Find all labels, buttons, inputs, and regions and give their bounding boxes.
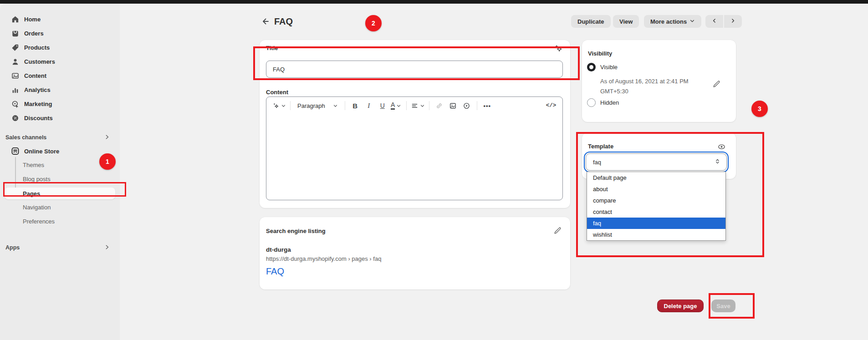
dropdown-option-wishlist[interactable]: wishlist (587, 229, 725, 240)
sidebar-item-label: Online Store (24, 148, 59, 155)
sidebar-section-apps[interactable]: Apps (5, 242, 115, 253)
shopify-admin-page-editor: Home Orders Products Customers Content A… (0, 0, 868, 340)
more-actions-label: More actions (650, 18, 687, 25)
sidebar-item-label: Home (24, 16, 41, 23)
pagination-buttons (705, 15, 742, 28)
delete-page-button[interactable]: Delete page (657, 299, 704, 312)
sidebar-item-products[interactable]: Products (5, 41, 115, 54)
dropdown-option-default-page[interactable]: Default page (587, 172, 725, 183)
top-bar (0, 0, 868, 4)
online-store-icon (11, 147, 20, 156)
visible-radio[interactable] (587, 63, 596, 71)
sidebar-item-label: Analytics (24, 86, 51, 93)
more-actions-button[interactable]: More actions (644, 15, 701, 28)
seo-page-link[interactable]: FAQ (266, 266, 284, 277)
dropdown-option-compare[interactable]: compare (587, 195, 725, 206)
analytics-icon (11, 86, 20, 94)
annotation-number: 3 (758, 105, 761, 112)
sidebar-item-label: Products (24, 44, 50, 51)
ai-sparkle-button[interactable] (272, 100, 286, 112)
discounts-icon (11, 114, 20, 122)
sidebar-item-pages[interactable]: Pages (5, 188, 115, 199)
seo-site-name: dt-durga (266, 246, 291, 253)
sidebar-item-themes[interactable]: Themes (5, 159, 115, 171)
home-icon (11, 15, 20, 24)
sidebar-item-home[interactable]: Home (5, 13, 115, 25)
annotation-circle-2: 2 (365, 15, 382, 31)
save-button[interactable]: Save (711, 299, 735, 312)
dropdown-option-about[interactable]: about (587, 183, 725, 195)
sidebar-item-discounts[interactable]: Discounts (5, 112, 115, 124)
view-button[interactable]: View (613, 15, 639, 28)
section-label: Sales channels (5, 134, 46, 141)
sidebar-section-sales-channels[interactable]: Sales channels (5, 132, 115, 143)
sidebar-item-content[interactable]: Content (5, 69, 115, 82)
underline-button[interactable]: U (377, 100, 388, 112)
template-card-title: Template (588, 143, 613, 150)
visibility-card-title: Visibility (588, 50, 612, 57)
hidden-radio[interactable] (587, 98, 596, 107)
rich-text-editor: Paragraph B I U A (266, 96, 563, 200)
annotation-number: 2 (372, 20, 375, 27)
bold-button[interactable]: B (349, 100, 361, 112)
edit-pencil-icon[interactable] (711, 79, 722, 90)
toolbar-divider (429, 101, 429, 110)
sidebar-item-label: Navigation (23, 204, 51, 211)
previous-page-button[interactable] (705, 15, 723, 28)
template-dropdown-list: Default page about compare contact faq w… (587, 172, 726, 241)
search-engine-listing-card: Search engine listing dt-durga https://d… (260, 217, 570, 289)
back-button[interactable] (260, 16, 271, 28)
text-color-button[interactable]: A (390, 100, 402, 112)
toolbar-divider (290, 101, 291, 110)
visible-radio-label: Visible (600, 64, 618, 71)
dropdown-option-faq-selected[interactable]: faq (587, 218, 725, 229)
sidebar-item-label: Orders (24, 30, 44, 37)
sidebar-item-label: Preferences (23, 218, 55, 225)
more-formatting-button[interactable]: ••• (481, 100, 493, 112)
italic-button[interactable]: I (363, 100, 375, 112)
sidebar-item-preferences[interactable]: Preferences (5, 215, 115, 228)
chevron-down-icon (281, 103, 286, 108)
duplicate-button[interactable]: Duplicate (571, 15, 611, 28)
image-icon (449, 102, 457, 110)
chevron-down-icon (396, 103, 401, 108)
sidebar-item-blog-posts[interactable]: Blog posts (5, 173, 115, 185)
sidebar-item-navigation[interactable]: Navigation (5, 201, 115, 213)
preview-eye-icon[interactable] (716, 141, 727, 152)
insert-image-button[interactable] (447, 100, 459, 112)
next-page-button[interactable] (724, 15, 742, 28)
title-input[interactable] (266, 61, 563, 78)
title-field-label: Title (266, 45, 278, 51)
text-color-label: A (391, 101, 395, 110)
paragraph-style-dropdown[interactable]: Paragraph (295, 100, 341, 112)
sidebar-item-marketing[interactable]: Marketing (5, 97, 115, 110)
orders-icon (11, 29, 20, 38)
title-content-card: Title Content Paragraph B I U (260, 40, 570, 208)
sidebar-item-orders[interactable]: Orders (5, 27, 115, 40)
sidebar-item-label: Discounts (24, 115, 53, 122)
editor-toolbar: Paragraph B I U A (266, 97, 562, 114)
sidebar-item-customers[interactable]: Customers (5, 55, 115, 68)
magic-sparkle-icon[interactable] (553, 43, 564, 54)
chevron-down-icon (689, 18, 695, 25)
sidebar-item-online-store[interactable]: Online Store (5, 145, 115, 157)
chevron-right-icon (104, 134, 110, 142)
sidebar-item-analytics[interactable]: Analytics (5, 83, 115, 96)
dropdown-option-contact[interactable]: contact (587, 206, 725, 218)
alignment-button[interactable] (411, 100, 425, 112)
sidebar-item-label: Blog posts (23, 176, 51, 183)
show-html-button[interactable]: </> (545, 100, 557, 112)
annotation-circle-3: 3 (751, 101, 768, 117)
chevron-right-icon (104, 244, 110, 252)
play-video-icon (463, 102, 470, 110)
insert-video-button[interactable] (461, 100, 473, 112)
edit-pencil-icon[interactable] (552, 225, 563, 236)
toolbar-divider (477, 101, 477, 110)
seo-breadcrumb-url: https://dt-durga.myshopify.com › pages ›… (266, 255, 381, 262)
paragraph-style-label: Paragraph (297, 102, 325, 109)
products-icon (11, 43, 20, 52)
template-select[interactable]: faq (586, 153, 727, 171)
editor-text-area[interactable] (266, 114, 562, 200)
insert-link-button[interactable] (434, 100, 445, 112)
chevron-down-icon (333, 103, 338, 108)
